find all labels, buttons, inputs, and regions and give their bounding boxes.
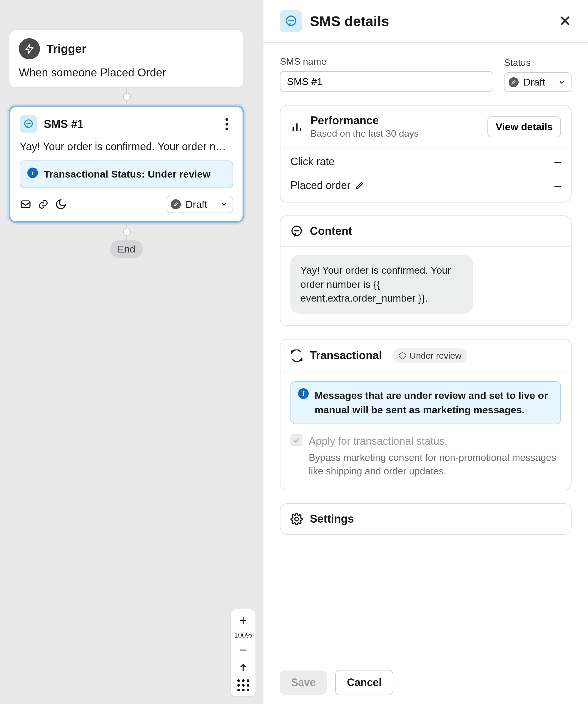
gear-icon <box>290 513 303 525</box>
transactional-callout: i Messages that are under review and set… <box>290 381 561 424</box>
close-button[interactable]: ✕ <box>558 13 572 29</box>
sms-icon <box>280 10 302 32</box>
zoom-percent: 100% <box>234 631 252 639</box>
panel-footer: Save Cancel <box>263 661 588 704</box>
apply-label: Apply for transactional status. <box>309 434 561 449</box>
node-status-dropdown[interactable]: Draft <box>167 196 233 213</box>
svg-marker-0 <box>26 44 33 53</box>
sms-node[interactable]: SMS #1 Yay! Your order is confirmed. You… <box>9 106 244 223</box>
transactional-callout-text: Messages that are under review and set t… <box>314 388 553 417</box>
metric-value: – <box>554 155 561 168</box>
settings-title: Settings <box>310 513 354 525</box>
metric-label: Click rate <box>290 156 335 168</box>
info-icon: i <box>27 168 38 178</box>
zoom-out-button[interactable]: − <box>234 643 252 657</box>
moon-icon <box>55 198 67 210</box>
performance-title: Performance <box>310 114 419 127</box>
cancel-button[interactable]: Cancel <box>335 670 393 695</box>
apply-transactional-row: Apply for transactional status. Bypass m… <box>290 434 561 478</box>
zoom-controls: + 100% − <box>230 609 256 697</box>
settings-section: Settings <box>280 503 572 535</box>
svg-rect-2 <box>21 201 30 208</box>
sms-content-preview: Yay! Your order is confirmed. Your order… <box>290 255 473 314</box>
save-button[interactable]: Save <box>280 670 327 695</box>
sms-node-title: SMS #1 <box>44 118 214 130</box>
status-callout: i Transactional Status: Under review <box>20 161 233 188</box>
info-icon: i <box>298 388 309 399</box>
bolt-icon <box>19 38 40 59</box>
details-panel: SMS details ✕ SMS name Status Draft <box>263 0 588 704</box>
status-field-label: Status <box>504 57 572 68</box>
refresh-icon <box>290 350 303 362</box>
connector-line <box>126 223 127 240</box>
performance-section: Performance Based on the last 30 days Vi… <box>280 105 572 202</box>
connector-line <box>126 88 127 106</box>
metric-row: Placed order – <box>281 175 571 202</box>
transactional-title: Transactional <box>310 349 382 362</box>
sms-name-input[interactable] <box>280 71 493 92</box>
kebab-menu-button[interactable] <box>220 118 233 130</box>
grid-menu-button[interactable] <box>234 678 252 692</box>
sms-name-label: SMS name <box>280 56 493 67</box>
status-dropdown[interactable]: Draft <box>504 72 572 92</box>
pending-icon <box>399 352 406 359</box>
svg-point-9 <box>295 517 298 521</box>
chevron-down-icon <box>558 78 566 86</box>
scroll-up-button[interactable] <box>234 660 252 674</box>
bar-chart-icon <box>290 120 303 133</box>
pencil-in-circle-icon <box>509 77 519 87</box>
sms-icon <box>20 115 37 133</box>
status-value: Draft <box>523 76 545 88</box>
callout-text: Transactional Status: Under review <box>44 168 211 181</box>
apply-sub: Bypass marketing consent for non-promoti… <box>309 451 561 478</box>
transactional-status-badge: Under review <box>393 348 467 363</box>
content-section: Content Yay! Your order is confirmed. Yo… <box>280 216 572 326</box>
trigger-description: When someone Placed Order <box>19 66 234 79</box>
metric-label: Placed order <box>290 179 364 192</box>
transactional-section: Transactional Under review i Messages th… <box>280 339 572 490</box>
apply-checkbox[interactable] <box>290 434 302 446</box>
metric-row: Click rate – <box>281 149 571 175</box>
panel-title: SMS details <box>310 13 551 30</box>
trigger-title: Trigger <box>47 42 86 56</box>
node-mini-icons <box>20 198 67 210</box>
edit-icon[interactable] <box>355 180 364 190</box>
panel-header: SMS details ✕ <box>263 0 588 43</box>
chevron-down-icon <box>220 200 228 208</box>
view-details-button[interactable]: View details <box>487 116 561 137</box>
sms-preview-text: Yay! Your order is confirmed. Your order… <box>20 140 233 153</box>
zoom-in-button[interactable]: + <box>234 613 252 628</box>
envelope-icon <box>20 198 32 210</box>
flow-canvas[interactable]: Trigger When someone Placed Order SMS #1 <box>0 0 263 704</box>
performance-subtitle: Based on the last 30 days <box>310 128 419 139</box>
metric-value: – <box>554 179 561 192</box>
link-icon <box>37 198 49 210</box>
content-title: Content <box>310 225 352 237</box>
pencil-in-circle-icon <box>171 199 181 209</box>
end-node: End <box>110 240 143 258</box>
message-icon <box>290 225 303 237</box>
node-status-label: Draft <box>185 199 207 210</box>
trigger-node[interactable]: Trigger When someone Placed Order <box>9 30 244 88</box>
